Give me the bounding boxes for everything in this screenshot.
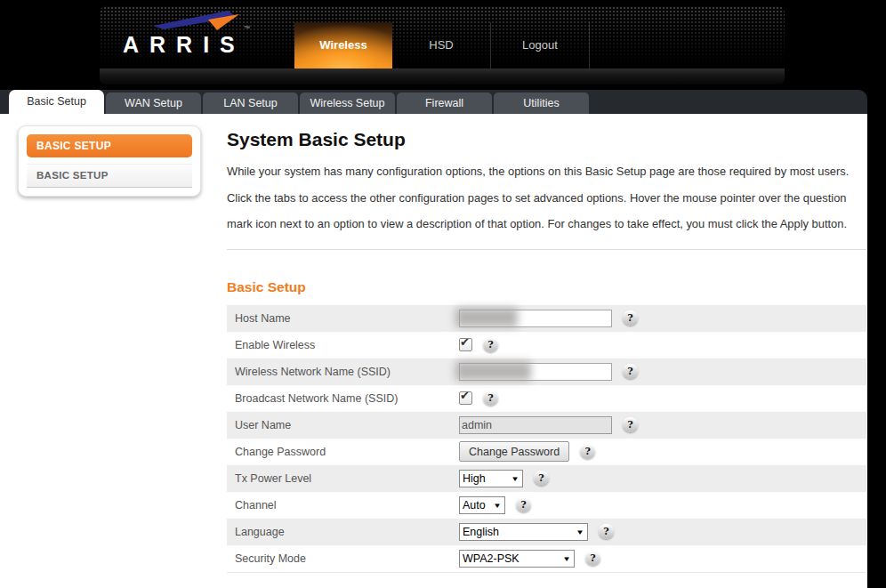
sidebar-item-basic-setup[interactable]: BASIC SETUP xyxy=(27,164,192,188)
broadcast-network-name-ssid-help-icon[interactable]: ? xyxy=(483,391,498,406)
broadcast-network-name-ssid-checkbox[interactable]: ✔ xyxy=(459,391,472,405)
security-mode-select[interactable]: WPA2-PSK xyxy=(460,551,574,567)
user-name-help-icon[interactable]: ? xyxy=(623,417,638,432)
channel-select-wrap: Auto▼ xyxy=(459,496,505,514)
wireless-network-name-ssid-help-icon[interactable]: ? xyxy=(623,364,638,379)
tab-firewall[interactable]: Firewall xyxy=(397,93,492,114)
form-row-wireless-network-name-ssid: Wireless Network Name (SSID)? xyxy=(227,358,866,385)
change-password-help-icon[interactable]: ? xyxy=(580,444,595,459)
form-row-user-name: User Name? xyxy=(227,412,866,439)
channel-control: Auto▼? xyxy=(459,496,531,514)
main-panel: System Basic Setup While your system has… xyxy=(227,114,867,573)
nav-logout[interactable]: Logout xyxy=(491,22,590,68)
language-select-wrap: English▼ xyxy=(459,523,588,541)
page-title: System Basic Setup xyxy=(227,129,867,150)
change-password-control: Change Password? xyxy=(459,441,595,462)
page-content: BASIC SETUP BASIC SETUP System Basic Set… xyxy=(0,114,867,588)
language-control: English▼? xyxy=(459,523,614,541)
trademark-mark: ™ xyxy=(244,25,250,31)
divider xyxy=(227,249,866,250)
brand-name: ARRIS xyxy=(123,32,246,58)
form-row-change-password: Change PasswordChange Password? xyxy=(227,439,866,465)
channel-help-icon[interactable]: ? xyxy=(516,497,531,512)
user-name-input xyxy=(459,416,612,434)
wireless-network-name-ssid-redacted-value xyxy=(455,361,531,381)
tab-basic-setup[interactable]: Basic Setup xyxy=(9,90,104,114)
broadcast-network-name-ssid-control: ✔? xyxy=(459,391,498,406)
enable-wireless-control: ✔? xyxy=(459,337,498,352)
checkmark-icon: ✔ xyxy=(460,335,470,349)
user-name-label: User Name xyxy=(227,419,459,431)
language-label: Language xyxy=(227,526,459,538)
host-name-redacted-value xyxy=(455,308,518,327)
sidebar: BASIC SETUP BASIC SETUP xyxy=(18,125,201,197)
tx-power-level-control: High▼? xyxy=(459,470,549,487)
security-mode-select-wrap: WPA2-PSK▼ xyxy=(459,550,575,568)
form-row-enable-wireless: Enable Wireless✔? xyxy=(227,332,866,358)
form-row-broadcast-network-name-ssid: Broadcast Network Name (SSID)✔? xyxy=(227,385,866,412)
channel-label: Channel xyxy=(227,499,459,511)
change-password-button[interactable]: Change Password xyxy=(459,441,569,462)
tx-power-level-select-wrap: High▼ xyxy=(459,470,523,487)
language-select[interactable]: English xyxy=(460,524,587,540)
host-name-control: ? xyxy=(459,310,638,327)
form-row-channel: ChannelAuto▼? xyxy=(227,492,866,519)
channel-select[interactable]: Auto xyxy=(460,497,504,513)
checkmark-icon: ✔ xyxy=(460,389,470,402)
broadcast-network-name-ssid-label: Broadcast Network Name (SSID) xyxy=(227,392,459,405)
language-help-icon[interactable]: ? xyxy=(599,524,614,539)
sidebar-header: BASIC SETUP xyxy=(27,134,192,157)
form-row-security-mode: Security ModeWPA2-PSK▼? xyxy=(227,545,866,572)
form-row-tx-power-level: Tx Power LevelHigh▼? xyxy=(227,465,866,492)
host-name-field-wrap xyxy=(459,310,612,327)
security-mode-help-icon[interactable]: ? xyxy=(585,551,600,566)
wireless-network-name-ssid-control: ? xyxy=(459,363,638,381)
wireless-network-name-ssid-field-wrap xyxy=(459,363,612,381)
tx-power-level-help-icon[interactable]: ? xyxy=(534,471,549,486)
change-password-label: Change Password xyxy=(227,446,459,458)
sidebar-items: BASIC SETUP xyxy=(27,164,192,188)
section-title: Basic Setup xyxy=(227,279,867,295)
tab-utilities[interactable]: Utilities xyxy=(494,93,589,114)
tx-power-level-label: Tx Power Level xyxy=(227,472,459,485)
form-row-language: LanguageEnglish▼? xyxy=(227,519,866,545)
security-mode-control: WPA2-PSK▼? xyxy=(459,550,600,568)
user-name-control: ? xyxy=(459,416,638,434)
header-nav: WirelessHSDLogout xyxy=(294,22,590,68)
arris-logo: ™ ARRIS xyxy=(123,9,274,64)
arris-swoosh-icon xyxy=(153,11,251,32)
section-tab-bar: Basic SetupWAN SetupLAN SetupWireless Se… xyxy=(0,90,867,114)
tx-power-level-select[interactable]: High xyxy=(460,471,522,487)
enable-wireless-checkbox[interactable]: ✔ xyxy=(459,338,472,351)
host-name-label: Host Name xyxy=(227,312,459,325)
enable-wireless-help-icon[interactable]: ? xyxy=(483,337,498,352)
top-header: ™ ARRIS WirelessHSDLogout xyxy=(0,0,886,90)
security-mode-label: Security Mode xyxy=(227,552,459,565)
header-bottom-strip xyxy=(100,68,785,85)
tab-wireless-setup[interactable]: Wireless Setup xyxy=(300,93,395,114)
nav-wireless[interactable]: Wireless xyxy=(294,22,392,68)
section-tabs: Basic SetupWAN SetupLAN SetupWireless Se… xyxy=(0,90,867,114)
settings-form: Host Name?Enable Wireless✔?Wireless Netw… xyxy=(227,305,866,573)
nav-hsd[interactable]: HSD xyxy=(392,22,491,68)
host-name-help-icon[interactable]: ? xyxy=(623,310,638,326)
form-row-host-name: Host Name? xyxy=(227,305,866,332)
tab-wan-setup[interactable]: WAN Setup xyxy=(106,93,201,114)
tab-lan-setup[interactable]: LAN Setup xyxy=(203,93,298,114)
enable-wireless-label: Enable Wireless xyxy=(227,339,459,351)
wireless-network-name-ssid-label: Wireless Network Name (SSID) xyxy=(227,366,459,378)
page-description: While your system has many configuration… xyxy=(227,158,866,238)
